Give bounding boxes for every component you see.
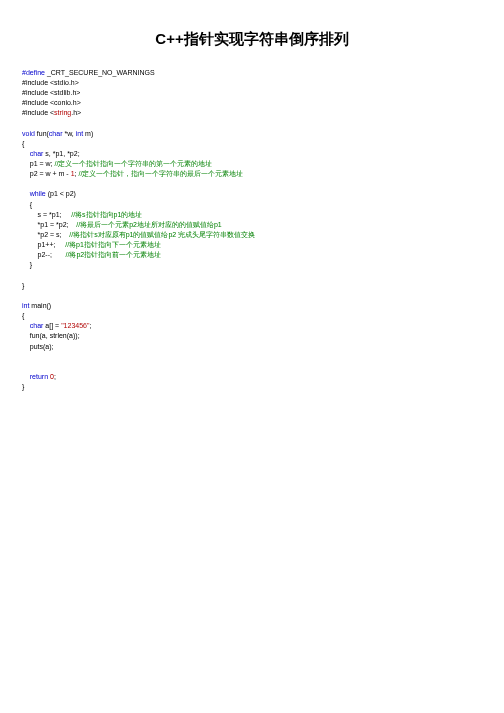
t: *p2 = s;: [38, 231, 70, 238]
string-literal: "123456": [61, 322, 89, 329]
kw-char: char: [30, 150, 44, 157]
comment: //将指针s对应原有p1的值赋值给p2 完成头尾字符串数值交换: [69, 231, 255, 238]
code-block: #define _CRT_SECURE_NO_WARNINGS #include…: [22, 68, 482, 393]
kw-int: int: [76, 130, 83, 137]
t: m): [83, 130, 93, 137]
kw-return: return: [30, 373, 48, 380]
t: (p1 < p2): [46, 190, 76, 197]
kw-char: char: [30, 322, 44, 329]
comment: //将p1指针指向下一个元素地址: [65, 241, 161, 248]
comment: //定义一个指针指向一个字符串的第一个元素的地址: [55, 160, 213, 167]
t: p1++;: [38, 241, 66, 248]
page-title: C++指针实现字符串倒序排列: [22, 28, 482, 50]
t: a[] =: [43, 322, 61, 329]
t: p2 = w + m -: [30, 170, 71, 177]
brace: }: [22, 383, 24, 390]
kw-define: #define: [22, 69, 45, 76]
t: main(): [29, 302, 51, 309]
t: *w,: [62, 130, 75, 137]
comment: //定义一个指针，指向一个字符串的最后一个元素地址: [78, 170, 243, 177]
t: p1 = w;: [30, 160, 55, 167]
t: *p1 = *p2;: [38, 221, 77, 228]
t: #include <stdio.h>: [22, 79, 79, 86]
t: p2--;: [38, 251, 66, 258]
t: s, *p1, *p2;: [43, 150, 79, 157]
t: ;: [89, 322, 91, 329]
brace: {: [30, 201, 32, 208]
document-page: C++指针实现字符串倒序排列 #define _CRT_SECURE_NO_WA…: [0, 0, 504, 420]
t: #include <conio.h>: [22, 99, 81, 106]
t: ;: [54, 373, 56, 380]
brace: }: [30, 261, 32, 268]
brace: {: [22, 140, 24, 147]
brace: }: [22, 282, 24, 289]
hdr-string: string: [54, 109, 71, 116]
t: fun(a, strlen(a));: [30, 332, 80, 339]
t: s = *p1;: [38, 211, 72, 218]
comment: //将最后一个元素p2地址所对应的的值赋值给p1: [76, 221, 221, 228]
t: #include <: [22, 109, 54, 116]
comment: //将p2指针指向前一个元素地址: [66, 251, 162, 258]
t: .h>: [71, 109, 81, 116]
comment: //将s指针指向p1的地址: [71, 211, 142, 218]
t: _CRT_SECURE_NO_WARNINGS: [45, 69, 155, 76]
kw-void: void: [22, 130, 35, 137]
kw-while: while: [30, 190, 46, 197]
brace: {: [22, 312, 24, 319]
t: fun(: [35, 130, 49, 137]
t: #include <stdlib.h>: [22, 89, 80, 96]
t: puts(a);: [30, 343, 54, 350]
kw-char: char: [49, 130, 63, 137]
